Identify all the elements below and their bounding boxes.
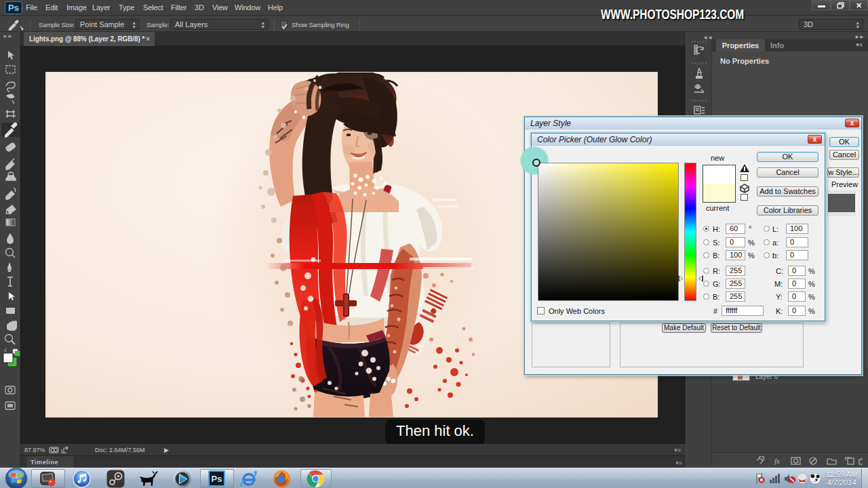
svg-text:fx: fx [774, 457, 780, 465]
